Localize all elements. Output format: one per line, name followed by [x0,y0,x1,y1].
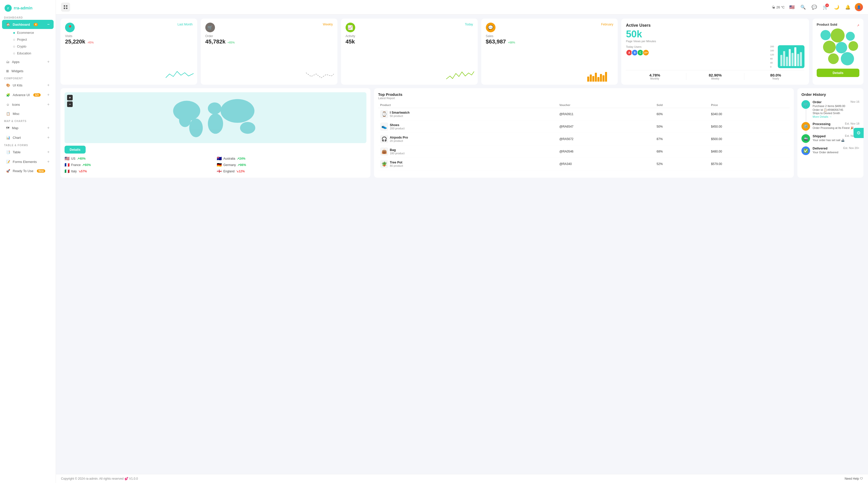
sales-value: $63,987 [486,38,506,45]
activity-label: Activity [346,34,473,38]
cart-icon[interactable]: 🛒 4 [821,3,829,11]
misc-icon: 📋 [6,112,10,116]
order-list: 🛒 Order Nov 16 Purchase 2 Items $489.00 … [801,100,859,155]
logo-icon: r [5,5,12,12]
order-desc-0: Purchase 2 Items $489.00 [813,104,859,108]
sidebar-item-project[interactable]: Project [10,36,55,43]
it-name: Italy [71,170,77,173]
svg-point-10 [240,122,255,134]
sidebar-item-education[interactable]: Education [10,50,55,57]
product-icon-3: 👜 [380,147,388,156]
sidebar-item-apps[interactable]: 🗂 Apps + [2,57,54,66]
order-content-1: Processing Est. Nov 18 Order Processing … [813,122,859,131]
sold-cell-1: 50% [655,120,709,133]
icons-expand-icon[interactable]: + [47,102,50,107]
flag-icon[interactable]: 🇺🇸 [788,3,796,11]
product-cell-3: 👜 Bag 180 product [378,145,557,158]
sidebar-logo[interactable]: r rra-admin [0,0,56,15]
table-row: 👟 Shoes 200 product @RA6547 50% $450.00 [378,120,790,133]
advance-ui-icon: 🧩 [6,93,10,97]
chat-icon[interactable]: 💬 [810,3,818,11]
bell-icon[interactable]: 🔔 [844,3,852,11]
chart-expand-icon[interactable]: + [47,135,50,140]
bar-3 [786,57,788,66]
svg-point-8 [208,113,223,134]
ui-kits-expand-icon[interactable]: + [47,83,50,87]
sidebar-item-widgets[interactable]: ⊞ Widgets [2,67,54,75]
order-date-0: Nov 16 [850,100,859,104]
top-products-card: Top Products Latest Report Product Vouch… [374,88,794,178]
sidebar-item-dashboard[interactable]: 🏠 Dashboard 4 − [2,20,54,29]
visits-icon: 📍 [65,23,75,32]
grid-button[interactable] [61,3,70,12]
sales-icon: 💬 [486,23,495,32]
moon-icon[interactable]: 🌙 [832,3,841,11]
it-flag: 🇮🇹 [65,169,70,174]
search-icon[interactable]: 🔍 [799,3,807,11]
active-users-count: 50k [626,29,804,40]
sidebar-item-misc[interactable]: 📋 Misc [2,110,54,118]
product-cell-4: 🪴 Tree Pot 80 product [378,158,557,170]
sidebar-item-map[interactable]: 🗺 Map + [2,123,54,132]
product-sold-details-button[interactable]: Details [817,69,859,77]
sidebar-item-ecommerce[interactable]: Ecommerce [10,29,55,36]
order-more-link-0[interactable]: More Details → [813,115,832,118]
map-card: + − [60,88,370,178]
sidebar-item-crypto[interactable]: Crypto [10,43,55,50]
sidebar: r rra-admin DASHBOARD 🏠 Dashboard 4 − Ec… [0,0,56,483]
visits-filter[interactable]: Last Month [177,23,192,26]
sales-chart [587,69,615,82]
map-charts-section-label: MAP & CHARTS [0,118,56,123]
order-name-3: Delivered [813,146,828,150]
activity-filter[interactable]: Today [465,23,473,26]
footer: Copyright © 2024 ra-admin. All rights re… [56,474,868,483]
need-help-link[interactable]: Need Help 🛡 [845,477,863,480]
stat-yearly: 80.0% Yearly [747,73,804,80]
order-title-row-1: Processing Est. Nov 18 [813,122,859,126]
svg-rect-1 [66,5,67,7]
order-icon-2: 🚢 [801,134,810,143]
order-label: Order [205,34,333,38]
sales-filter[interactable]: February [601,23,613,26]
table-expand-icon[interactable]: + [47,150,50,154]
apps-expand-icon[interactable]: + [47,59,50,64]
visits-card: 📍 Last Month Visits 25,220k -45% [60,19,197,85]
country-germany: 🇩🇪 Germany ↗86% [217,162,366,167]
settings-fab-button[interactable]: ⚙ [854,128,864,138]
chart-icon: 📊 [6,136,10,140]
table-row: 👜 Bag 180 product @RA0546 68% $480.00 [378,145,790,158]
order-content-2: Shipped Est. Nov 18 Your order has set s… [813,134,859,143]
country-england: 🏴󠁧󠁢󠁥󠁮󠁧󠁿 England ↘12% [217,169,366,174]
sidebar-item-ui-kits[interactable]: 🎨 UI Kits + [2,81,54,90]
order-line-1 [806,131,806,134]
bar-5 [792,53,794,66]
map-details-button[interactable]: Details [65,146,86,154]
bubble-5 [836,42,847,53]
dashboard-collapse-icon[interactable]: − [47,22,50,27]
home-icon: 🏠 [6,23,10,26]
bubble-3 [846,32,855,41]
voucher-cell-0: @RA0911 [557,108,655,120]
main-area: 🌤 26 °C 🇺🇸 🔍 💬 🛒 4 🌙 🔔 👤 📍 Last Month Vi… [56,0,868,483]
order-name-1: Processing [813,122,830,126]
product-icon-0: ⌚ [380,110,388,118]
visits-value: 25,220k [65,38,85,45]
user-avatar[interactable]: 👤 [855,3,863,11]
en-flag: 🏴󠁧󠁢󠁥󠁮󠁧󠁿 [217,169,222,174]
sidebar-item-advance-ui[interactable]: 🧩 Advance UI 12+ + [2,90,54,99]
order-title-row-0: Order Nov 16 [813,100,859,104]
order-date-3: Est. Nov 20+ [843,146,859,150]
sidebar-item-table[interactable]: 📑 Table + [2,147,54,157]
map-expand-icon[interactable]: + [47,126,50,130]
order-card-header: 🛒 Weekly [205,23,333,32]
forms-expand-icon[interactable]: + [47,159,50,164]
visits-label: Visits [65,34,193,38]
sidebar-item-icons[interactable]: ☺ Icons + [2,100,54,109]
dashboard-submenu: Ecommerce Project Crypto Education [0,29,56,57]
sidebar-item-ready-to-use[interactable]: 🚀 Ready To Use New [2,167,54,175]
advance-ui-expand-icon[interactable]: + [47,93,50,97]
sidebar-item-chart[interactable]: 📊 Chart + [2,133,54,142]
active-users-subtitle: Page Views per Minutes [626,40,804,43]
order-filter[interactable]: Weekly [323,23,333,26]
sidebar-item-forms-elements[interactable]: 📝 Forms Elements + [2,157,54,166]
